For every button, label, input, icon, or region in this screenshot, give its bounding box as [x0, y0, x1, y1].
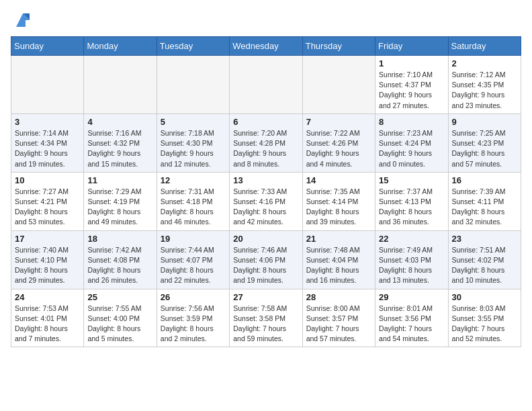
day-header-friday: Friday — [375, 37, 448, 56]
day-number: 6 — [233, 117, 298, 127]
calendar-cell: 26Sunrise: 7:56 AM Sunset: 3:59 PM Dayli… — [157, 289, 229, 347]
day-number: 7 — [306, 117, 371, 127]
logo-icon — [13, 11, 32, 30]
day-info: Sunrise: 7:56 AM Sunset: 3:59 PM Dayligh… — [161, 304, 226, 345]
day-number: 12 — [161, 175, 226, 185]
calendar-cell: 11Sunrise: 7:29 AM Sunset: 4:19 PM Dayli… — [84, 172, 157, 230]
day-info: Sunrise: 7:39 AM Sunset: 4:11 PM Dayligh… — [452, 187, 517, 228]
day-info: Sunrise: 7:31 AM Sunset: 4:18 PM Dayligh… — [161, 187, 226, 228]
day-info: Sunrise: 7:51 AM Sunset: 4:02 PM Dayligh… — [452, 245, 517, 286]
day-info: Sunrise: 7:40 AM Sunset: 4:10 PM Dayligh… — [15, 245, 80, 286]
calendar-cell: 20Sunrise: 7:46 AM Sunset: 4:06 PM Dayli… — [230, 230, 302, 289]
day-info: Sunrise: 8:00 AM Sunset: 3:57 PM Dayligh… — [306, 304, 371, 345]
day-number: 23 — [452, 234, 517, 244]
day-number: 29 — [379, 292, 444, 302]
day-info: Sunrise: 7:44 AM Sunset: 4:07 PM Dayligh… — [161, 245, 226, 286]
day-number: 15 — [379, 175, 444, 185]
day-info: Sunrise: 8:01 AM Sunset: 3:56 PM Dayligh… — [379, 304, 444, 345]
day-number: 17 — [15, 234, 80, 244]
day-number: 1 — [379, 58, 444, 68]
day-info: Sunrise: 7:12 AM Sunset: 4:35 PM Dayligh… — [452, 70, 517, 111]
calendar-cell: 3Sunrise: 7:14 AM Sunset: 4:34 PM Daylig… — [11, 113, 84, 172]
day-number: 2 — [452, 58, 517, 68]
day-number: 5 — [161, 117, 226, 127]
day-number: 30 — [452, 292, 517, 302]
day-number: 4 — [87, 117, 152, 127]
day-info: Sunrise: 7:16 AM Sunset: 4:32 PM Dayligh… — [87, 128, 152, 169]
day-info: Sunrise: 7:46 AM Sunset: 4:06 PM Dayligh… — [233, 245, 298, 286]
day-number: 10 — [15, 175, 80, 185]
calendar-cell: 21Sunrise: 7:48 AM Sunset: 4:04 PM Dayli… — [302, 230, 375, 289]
calendar-cell — [230, 56, 302, 114]
day-info: Sunrise: 8:03 AM Sunset: 3:55 PM Dayligh… — [452, 304, 517, 345]
day-info: Sunrise: 7:58 AM Sunset: 3:58 PM Dayligh… — [233, 304, 298, 345]
day-info: Sunrise: 7:42 AM Sunset: 4:08 PM Dayligh… — [87, 245, 152, 286]
day-header-monday: Monday — [84, 37, 157, 56]
day-header-sunday: Sunday — [11, 37, 84, 56]
calendar-cell: 16Sunrise: 7:39 AM Sunset: 4:11 PM Dayli… — [448, 172, 521, 230]
day-number: 25 — [87, 292, 152, 302]
calendar-week-row: 1Sunrise: 7:10 AM Sunset: 4:37 PM Daylig… — [11, 56, 521, 114]
day-number: 9 — [452, 117, 517, 127]
day-number: 19 — [161, 234, 226, 244]
calendar-week-row: 3Sunrise: 7:14 AM Sunset: 4:34 PM Daylig… — [11, 113, 521, 172]
day-info: Sunrise: 7:48 AM Sunset: 4:04 PM Dayligh… — [306, 245, 371, 286]
day-info: Sunrise: 7:23 AM Sunset: 4:24 PM Dayligh… — [379, 128, 444, 169]
day-info: Sunrise: 7:22 AM Sunset: 4:26 PM Dayligh… — [306, 128, 371, 169]
calendar-cell: 23Sunrise: 7:51 AM Sunset: 4:02 PM Dayli… — [448, 230, 521, 289]
calendar-cell: 7Sunrise: 7:22 AM Sunset: 4:26 PM Daylig… — [302, 113, 375, 172]
day-number: 8 — [379, 117, 444, 127]
day-info: Sunrise: 7:14 AM Sunset: 4:34 PM Dayligh… — [15, 128, 80, 169]
calendar-cell — [157, 56, 229, 114]
calendar-cell: 17Sunrise: 7:40 AM Sunset: 4:10 PM Dayli… — [11, 230, 84, 289]
day-info: Sunrise: 7:55 AM Sunset: 4:00 PM Dayligh… — [87, 304, 152, 345]
calendar-cell: 30Sunrise: 8:03 AM Sunset: 3:55 PM Dayli… — [448, 289, 521, 347]
day-info: Sunrise: 7:10 AM Sunset: 4:37 PM Dayligh… — [379, 70, 444, 111]
day-info: Sunrise: 7:27 AM Sunset: 4:21 PM Dayligh… — [15, 187, 80, 228]
calendar-cell: 12Sunrise: 7:31 AM Sunset: 4:18 PM Dayli… — [157, 172, 229, 230]
day-number: 27 — [233, 292, 298, 302]
day-header-thursday: Thursday — [302, 37, 375, 56]
day-number: 26 — [161, 292, 226, 302]
day-number: 16 — [452, 175, 517, 185]
day-number: 28 — [306, 292, 371, 302]
calendar-cell: 10Sunrise: 7:27 AM Sunset: 4:21 PM Dayli… — [11, 172, 84, 230]
day-info: Sunrise: 7:35 AM Sunset: 4:14 PM Dayligh… — [306, 187, 371, 228]
day-header-wednesday: Wednesday — [230, 37, 302, 56]
day-number: 11 — [87, 175, 152, 185]
calendar-cell: 2Sunrise: 7:12 AM Sunset: 4:35 PM Daylig… — [448, 56, 521, 114]
day-number: 14 — [306, 175, 371, 185]
calendar-cell: 18Sunrise: 7:42 AM Sunset: 4:08 PM Dayli… — [84, 230, 157, 289]
calendar-cell: 8Sunrise: 7:23 AM Sunset: 4:24 PM Daylig… — [375, 113, 448, 172]
calendar-cell: 29Sunrise: 8:01 AM Sunset: 3:56 PM Dayli… — [375, 289, 448, 347]
calendar-cell: 1Sunrise: 7:10 AM Sunset: 4:37 PM Daylig… — [375, 56, 448, 114]
calendar-cell: 24Sunrise: 7:53 AM Sunset: 4:01 PM Dayli… — [11, 289, 84, 347]
calendar-week-row: 17Sunrise: 7:40 AM Sunset: 4:10 PM Dayli… — [11, 230, 521, 289]
calendar-cell — [302, 56, 375, 114]
calendar-cell: 6Sunrise: 7:20 AM Sunset: 4:28 PM Daylig… — [230, 113, 302, 172]
day-info: Sunrise: 7:49 AM Sunset: 4:03 PM Dayligh… — [379, 245, 444, 286]
calendar: SundayMondayTuesdayWednesdayThursdayFrid… — [11, 36, 521, 347]
day-number: 21 — [306, 234, 371, 244]
day-number: 18 — [87, 234, 152, 244]
day-info: Sunrise: 7:33 AM Sunset: 4:16 PM Dayligh… — [233, 187, 298, 228]
calendar-cell — [11, 56, 84, 114]
calendar-cell: 13Sunrise: 7:33 AM Sunset: 4:16 PM Dayli… — [230, 172, 302, 230]
day-number: 3 — [15, 117, 80, 127]
calendar-cell: 5Sunrise: 7:18 AM Sunset: 4:30 PM Daylig… — [157, 113, 229, 172]
day-info: Sunrise: 7:18 AM Sunset: 4:30 PM Dayligh… — [161, 128, 226, 169]
day-number: 20 — [233, 234, 298, 244]
day-info: Sunrise: 7:53 AM Sunset: 4:01 PM Dayligh… — [15, 304, 80, 345]
day-number: 22 — [379, 234, 444, 244]
calendar-week-row: 10Sunrise: 7:27 AM Sunset: 4:21 PM Dayli… — [11, 172, 521, 230]
logo — [11, 11, 32, 30]
calendar-cell: 22Sunrise: 7:49 AM Sunset: 4:03 PM Dayli… — [375, 230, 448, 289]
calendar-header-row: SundayMondayTuesdayWednesdayThursdayFrid… — [11, 37, 521, 56]
day-info: Sunrise: 7:29 AM Sunset: 4:19 PM Dayligh… — [87, 187, 152, 228]
day-header-tuesday: Tuesday — [157, 37, 229, 56]
calendar-week-row: 24Sunrise: 7:53 AM Sunset: 4:01 PM Dayli… — [11, 289, 521, 347]
calendar-cell: 28Sunrise: 8:00 AM Sunset: 3:57 PM Dayli… — [302, 289, 375, 347]
calendar-cell: 19Sunrise: 7:44 AM Sunset: 4:07 PM Dayli… — [157, 230, 229, 289]
calendar-cell: 27Sunrise: 7:58 AM Sunset: 3:58 PM Dayli… — [230, 289, 302, 347]
calendar-cell: 25Sunrise: 7:55 AM Sunset: 4:00 PM Dayli… — [84, 289, 157, 347]
